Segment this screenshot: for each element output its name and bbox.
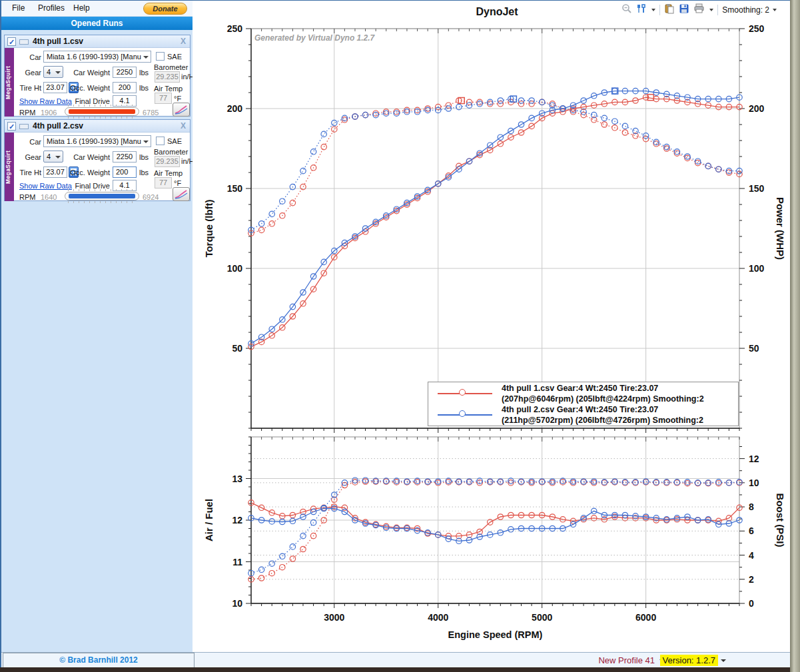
show-raw-data-link[interactable]: Show Raw Data [19, 182, 72, 190]
car-weight-field[interactable]: 2250 [113, 151, 137, 163]
occ-weight-field[interactable]: 200 [113, 167, 137, 178]
rpm-label: RPM [19, 109, 35, 117]
svg-text:200: 200 [749, 103, 765, 114]
tire-ht-field[interactable]: 23.07 [43, 82, 67, 93]
svg-text:4000: 4000 [428, 612, 448, 623]
svg-text:150: 150 [227, 183, 243, 194]
svg-text:12: 12 [749, 454, 759, 464]
rpm-slider-fill [69, 194, 135, 198]
graph-options-button[interactable] [173, 103, 190, 117]
profile-dropdown[interactable]: New Profile 41 [598, 655, 655, 665]
menu-bar: File Profiles Help Donate [1, 1, 193, 17]
legend-run2-line1: 4th pull 2.csv Gear:4 Wt:2450 Tire:23.07 [502, 404, 703, 415]
barometer-field: 29.235 [155, 71, 180, 83]
run-title: 4th pull 1.csv [33, 37, 83, 46]
svg-text:5000: 5000 [532, 612, 552, 623]
svg-text:Air / Fuel: Air / Fuel [203, 499, 214, 541]
collapse-icon[interactable] [19, 124, 29, 129]
svg-text:11: 11 [232, 557, 242, 567]
opened-runs-header: Opened Runs [1, 17, 193, 30]
svg-text:250: 250 [227, 23, 243, 34]
collapse-icon[interactable] [19, 39, 29, 45]
dyno-charts: 5010015020025050100150200250Torque (lbft… [193, 1, 790, 652]
svg-text:100: 100 [227, 263, 243, 274]
air-temp-field: 77 [155, 177, 172, 188]
car-select[interactable]: Miata 1.6 (1990-1993) [Manu [43, 135, 151, 147]
rpm-max-value: 6924 [143, 193, 159, 201]
car-weight-label: Car Weight [69, 153, 110, 161]
rpm-label: RPM [19, 193, 35, 201]
show-raw-data-link[interactable]: Show Raw Data [19, 97, 72, 105]
tire-ht-label: Tire Ht [17, 168, 41, 176]
chevron-down-icon [55, 156, 61, 159]
run-panel-1-header: ✓ 4th pull 1.csv X [5, 35, 190, 48]
curves-icon [173, 103, 189, 116]
rpm-min-value: 1906 [41, 109, 57, 117]
svg-text:6000: 6000 [635, 612, 656, 623]
air-temp-unit: °F [174, 179, 181, 187]
megasquirt-strip: MegaSquirt [5, 133, 14, 201]
occ-weight-field[interactable]: 200 [113, 82, 137, 93]
gear-select-value: 4 [47, 153, 51, 161]
menu-profiles[interactable]: Profiles [38, 3, 65, 13]
legend-run1-line1: 4th pull 1.csv Gear:4 Wt:2450 Tire:23.07 [502, 383, 704, 394]
svg-text:0: 0 [749, 598, 754, 609]
chevron-down-icon [143, 56, 149, 59]
lbs-label: lbs [139, 84, 149, 92]
occ-weight-label: Occ. Weight [69, 84, 110, 92]
legend-marker-red [428, 389, 502, 398]
gear-select[interactable]: 4 [43, 66, 63, 78]
run-enabled-checkbox[interactable]: ✓ [7, 122, 16, 131]
svg-text:250: 250 [749, 23, 765, 34]
air-temp-field: 77 [155, 93, 172, 104]
tire-ht-field[interactable]: 23.07 [43, 167, 67, 178]
sae-checkbox[interactable] [156, 137, 165, 145]
air-temp-unit: °F [174, 95, 181, 103]
chart-legend: 4th pull 1.csv Gear:4 Wt:2450 Tire:23.07… [428, 382, 739, 426]
menu-help[interactable]: Help [73, 3, 90, 13]
blue-circle-icon [459, 410, 466, 417]
curves-icon [173, 188, 189, 200]
gear-select-value: 4 [47, 68, 51, 76]
chevron-down-icon[interactable] [721, 659, 726, 662]
gear-select[interactable]: 4 [43, 151, 63, 163]
window-edge [790, 0, 800, 672]
car-weight-field[interactable]: 2250 [113, 67, 137, 78]
donate-button[interactable]: Donate [143, 3, 187, 15]
tire-ht-label: Tire Ht [17, 84, 41, 92]
svg-text:150: 150 [749, 183, 765, 194]
close-run-button[interactable]: X [181, 121, 186, 131]
graph-options-button[interactable] [173, 187, 190, 201]
svg-text:8: 8 [749, 502, 754, 512]
sae-label: SAE [167, 137, 182, 145]
svg-text:Engine Speed (RPM): Engine Speed (RPM) [448, 629, 543, 640]
sae-checkbox[interactable] [156, 52, 165, 61]
lbs-label: lbs [139, 153, 149, 161]
sidebar: File Profiles Help Donate Opened Runs ✓ … [1, 1, 193, 652]
version-dropdown[interactable]: Version: 1.2.7 [660, 655, 719, 666]
legend-run2-line2: (211hp@5702rpm) (206lbft@4726rpm) Smooth… [502, 415, 703, 426]
rpm-range-slider[interactable] [65, 192, 139, 200]
svg-text:50: 50 [749, 343, 759, 354]
car-label: Car [21, 138, 41, 146]
close-run-button[interactable]: X [181, 37, 186, 46]
svg-text:4: 4 [749, 550, 754, 561]
run-enabled-checkbox[interactable]: ✓ [7, 37, 16, 46]
megasquirt-strip: MegaSquirt [5, 48, 14, 117]
svg-text:50: 50 [232, 343, 242, 354]
menu-file[interactable]: File [12, 3, 25, 13]
svg-text:12: 12 [232, 515, 242, 525]
rpm-range-slider[interactable] [65, 107, 139, 116]
barometer-label: Barometer [154, 148, 188, 156]
car-select[interactable]: Miata 1.6 (1990-1993) [Manu [43, 51, 151, 63]
watermark-text: Generated by Virtual Dyno 1.2.7 [254, 33, 374, 43]
chevron-down-icon [55, 71, 61, 74]
gear-label: Gear [21, 153, 41, 161]
run-title: 4th pull 2.csv [33, 121, 83, 131]
lbs-label: lbs [139, 168, 149, 176]
window-bottom-edge [0, 667, 790, 672]
svg-text:10: 10 [232, 598, 242, 609]
svg-text:6: 6 [749, 525, 754, 536]
svg-text:100: 100 [749, 263, 765, 274]
svg-text:3000: 3000 [324, 612, 344, 623]
